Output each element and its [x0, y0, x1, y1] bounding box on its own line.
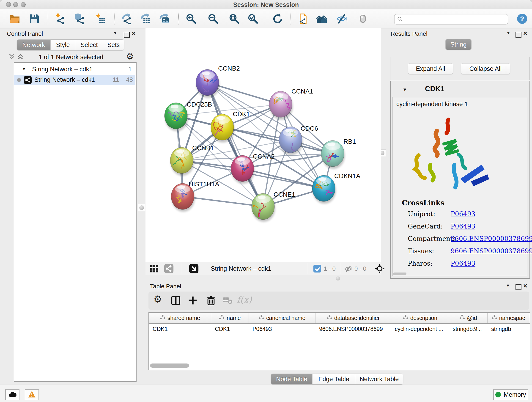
export-image-icon[interactable] — [158, 13, 170, 24]
control-panel-title: Control Panel — [7, 30, 43, 37]
splitter-handle[interactable] — [336, 276, 340, 281]
grid-view-icon[interactable] — [149, 263, 159, 275]
results-panel-close-icon[interactable]: × — [523, 29, 527, 37]
zoom-out-icon[interactable] — [208, 13, 219, 24]
hidden-eye-icon[interactable] — [344, 264, 353, 274]
show-columns-icon[interactable] — [171, 295, 181, 306]
import-network-icon[interactable] — [55, 13, 65, 24]
splitter-handle[interactable] — [138, 204, 145, 211]
cloud-button[interactable] — [5, 389, 19, 400]
network-node[interactable] — [252, 193, 275, 222]
column-header-shared-name[interactable]: shared name — [149, 313, 211, 323]
network-node[interactable] — [210, 114, 234, 143]
results-panel-float-icon[interactable] — [515, 32, 521, 38]
open-session-icon[interactable] — [9, 13, 20, 24]
crosslink-value[interactable]: P06493 — [451, 223, 475, 230]
collection-expand-icon[interactable]: ▼ — [22, 67, 26, 71]
network-share-icon[interactable] — [164, 263, 174, 275]
network-node-label: CDK1 — [233, 110, 250, 118]
delete-column-icon[interactable] — [206, 295, 216, 306]
results-panel-tabs: String — [445, 39, 472, 50]
network-node[interactable] — [196, 70, 220, 98]
birds-eye-view-icon[interactable] — [189, 263, 199, 275]
crosslink-value[interactable]: P06493 — [451, 260, 475, 267]
zoom-in-icon[interactable] — [186, 13, 196, 24]
column-header-name[interactable]: name — [211, 313, 249, 323]
table-cell: stringdb:9... — [449, 324, 488, 334]
network-node[interactable] — [231, 155, 254, 184]
column-header-database-identifier[interactable]: database identifier — [316, 313, 391, 323]
warning-button[interactable] — [25, 389, 39, 400]
export-network-icon[interactable] — [121, 13, 132, 24]
network-node[interactable] — [269, 91, 293, 120]
show-all-windows-icon[interactable] — [316, 13, 327, 24]
network-node[interactable] — [165, 103, 188, 131]
table-panel-float-icon[interactable] — [515, 284, 521, 290]
protein-structure-image — [406, 114, 494, 201]
zoom-fit-icon[interactable] — [229, 13, 240, 24]
svg-text:f(x): f(x) — [237, 294, 252, 305]
import-table-icon[interactable] — [95, 13, 106, 24]
results-scrollbar-thumb[interactable] — [393, 273, 406, 275]
application-window: Session: New Session ? Control Panel ▼ ×… — [0, 0, 532, 402]
column-header-namespac[interactable]: namespac — [488, 313, 529, 323]
column-header-canonical-name[interactable]: canonical name — [249, 313, 316, 323]
tab-sets[interactable]: Sets — [103, 40, 124, 50]
network-options-gear-icon[interactable]: ⚙ — [126, 52, 134, 61]
results-panel-menu-icon[interactable]: ▼ — [506, 31, 510, 36]
tab-string[interactable]: String — [446, 39, 471, 50]
network-edge[interactable] — [242, 168, 324, 188]
table-row[interactable]: CDK1CDK1P064939606.ENSP00000378699cyclin… — [149, 324, 530, 334]
tab-network-table[interactable]: Network Table — [355, 374, 403, 384]
zoom-selected-icon[interactable] — [247, 13, 259, 24]
tab-network[interactable]: Network — [17, 40, 51, 50]
column-header-description[interactable]: description — [391, 313, 449, 323]
import-network-from-database-icon[interactable] — [74, 13, 85, 24]
gene-symbol: CDK1 — [425, 85, 444, 93]
function-builder-icon: f(x) — [236, 294, 253, 307]
export-table-icon[interactable] — [140, 13, 151, 24]
search-input[interactable] — [405, 15, 506, 23]
network-node[interactable] — [170, 147, 194, 176]
help-icon[interactable]: ? — [517, 13, 528, 24]
expand-all-networks-icon[interactable] — [17, 53, 24, 61]
save-session-icon[interactable] — [29, 13, 40, 24]
main-toolbar: ? — [0, 9, 532, 28]
tab-node-table[interactable]: Node Table — [271, 374, 312, 384]
table-tabs: Node Table Edge Table Network Table — [271, 374, 403, 385]
search-box[interactable] — [394, 14, 508, 25]
gene-card: ▼ CDK1 cyclin-dependent kinase 1 — [390, 81, 530, 279]
collapse-all-networks-icon[interactable] — [8, 53, 15, 61]
table-settings-gear-icon[interactable]: ⚙ — [153, 294, 162, 305]
hide-selected-icon[interactable] — [336, 13, 347, 24]
network-node[interactable] — [321, 140, 345, 169]
gene-card-collapse-icon[interactable]: ▼ — [403, 87, 407, 92]
table-hscrollbar-thumb[interactable] — [150, 364, 189, 368]
clone-network-icon[interactable] — [298, 13, 309, 24]
column-header--id[interactable]: @id — [449, 313, 488, 323]
crosshair-icon[interactable] — [375, 264, 385, 274]
table-panel-menu-icon[interactable]: ▼ — [506, 283, 510, 288]
control-panel-menu-icon[interactable]: ▼ — [113, 31, 117, 36]
network-collection-row[interactable]: ▼ String Network – cdk1 1 — [14, 64, 135, 75]
create-column-icon[interactable] — [187, 295, 198, 306]
crosslink-value[interactable]: 9606.ENSP00000378699 — [451, 247, 532, 255]
tab-edge-table[interactable]: Edge Table — [312, 374, 355, 384]
network-canvas[interactable]: CCNB2CCNA1CDC25BCDK1CDC6RB1CCNB1CCNA2CDK… — [146, 28, 381, 262]
crosslink-value[interactable]: 9606.ENSP00000378699 — [451, 235, 532, 242]
tab-select[interactable]: Select — [75, 40, 103, 50]
tab-style[interactable]: Style — [51, 40, 75, 50]
network-node[interactable] — [312, 175, 336, 204]
collapse-all-button[interactable]: Collapse All — [461, 63, 510, 74]
control-panel-close-icon[interactable]: × — [132, 29, 136, 37]
refresh-view-icon[interactable] — [272, 13, 283, 24]
memory-button[interactable]: Memory — [493, 389, 528, 400]
crosslink-value[interactable]: P06493 — [451, 210, 475, 218]
table-panel-close-icon[interactable]: × — [523, 282, 527, 290]
network-edge[interactable] — [207, 83, 263, 206]
control-panel-float-icon[interactable] — [124, 32, 130, 38]
expand-all-button[interactable]: Expand All — [408, 63, 453, 74]
show-hidden-icon[interactable] — [357, 13, 368, 24]
selected-checkbox-icon[interactable] — [313, 265, 321, 273]
network-row-selected[interactable]: String Network – cdk1 11 48 — [14, 75, 135, 85]
